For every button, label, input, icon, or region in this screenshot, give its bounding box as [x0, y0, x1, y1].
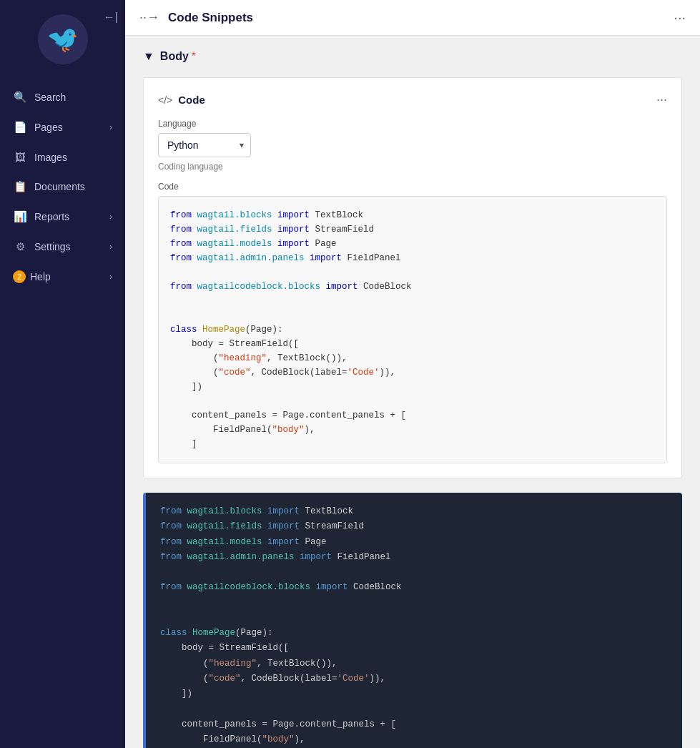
sidebar-item-label: Images	[34, 152, 112, 163]
sidebar-item-label: Pages	[34, 122, 109, 133]
coding-language-hint: Coding language	[158, 162, 667, 172]
code-block-title: Code	[178, 94, 656, 106]
topbar: ··→ Code Snippets ···	[125, 0, 700, 36]
code-block-header: </> Code ···	[158, 92, 667, 107]
chevron-right-icon: ›	[109, 122, 112, 132]
sidebar-item-search[interactable]: 🔍 Search	[0, 82, 125, 112]
code-preview-panel: from wagtail.blocks import TextBlock fro…	[143, 493, 682, 748]
sidebar-item-settings[interactable]: ⚙ Settings ›	[0, 232, 125, 262]
sidebar-item-label: Search	[34, 92, 112, 103]
body-required-marker: *	[192, 50, 196, 63]
main-area: ··→ Code Snippets ··· ▼ Body * </> Code …	[125, 0, 700, 748]
body-section-header: ▼ Body *	[143, 50, 682, 63]
body-toggle-icon[interactable]: ▼	[143, 50, 154, 63]
sidebar-item-images[interactable]: 🖼 Images	[0, 142, 125, 172]
language-select-wrapper: Python JavaScript CSS HTML Bash ▾	[158, 133, 251, 157]
sidebar-logo-area: ←| 🐦	[0, 0, 125, 75]
code-field-label: Code	[158, 182, 667, 192]
code-editor[interactable]: from wagtail.blocks import TextBlock fro…	[158, 196, 667, 463]
pages-icon: 📄	[13, 121, 27, 134]
sidebar-item-help[interactable]: 2 Help ›	[0, 262, 125, 292]
sidebar-item-label: Settings	[34, 241, 109, 252]
search-icon: 🔍	[13, 91, 27, 104]
help-badge: 2	[13, 270, 26, 283]
content-area: ▼ Body * </> Code ··· Language Python Ja…	[125, 36, 700, 748]
sidebar-item-documents[interactable]: 📋 Documents	[0, 172, 125, 202]
reports-icon: 📊	[13, 210, 27, 223]
sidebar-item-label: Documents	[34, 181, 112, 192]
code-block-panel: </> Code ··· Language Python JavaScript …	[143, 77, 682, 478]
topbar-more-button[interactable]: ···	[674, 9, 686, 26]
sidebar-item-label: Help	[30, 271, 109, 282]
nav-breadcrumb-arrow: ··→	[139, 10, 159, 25]
logo-circle: 🐦	[38, 14, 88, 64]
sidebar-item-reports[interactable]: 📊 Reports ›	[0, 202, 125, 232]
chevron-right-icon: ›	[109, 212, 112, 222]
settings-icon: ⚙	[13, 240, 27, 253]
wagtail-logo-icon: 🐦	[46, 24, 79, 54]
code-block-more-button[interactable]: ···	[656, 92, 667, 107]
chevron-right-icon: ›	[109, 272, 112, 282]
sidebar-item-pages[interactable]: 📄 Pages ›	[0, 112, 125, 142]
body-section-title: Body	[160, 50, 189, 63]
language-select[interactable]: Python JavaScript CSS HTML Bash	[158, 133, 251, 157]
sidebar: ←| 🐦 🔍 Search 📄 Pages › 🖼 Images 📋 Docum…	[0, 0, 125, 748]
sidebar-item-label: Reports	[34, 211, 109, 222]
code-icon: </>	[158, 94, 172, 106]
language-field-label: Language	[158, 119, 667, 129]
topbar-nav-arrows[interactable]: ··→	[139, 10, 159, 25]
documents-icon: 📋	[13, 180, 27, 193]
chevron-right-icon: ›	[109, 242, 112, 252]
sidebar-collapse-button[interactable]: ←|	[104, 11, 118, 24]
images-icon: 🖼	[13, 151, 27, 163]
topbar-title: Code Snippets	[168, 11, 674, 25]
sidebar-nav: 🔍 Search 📄 Pages › 🖼 Images 📋 Documents …	[0, 75, 125, 748]
